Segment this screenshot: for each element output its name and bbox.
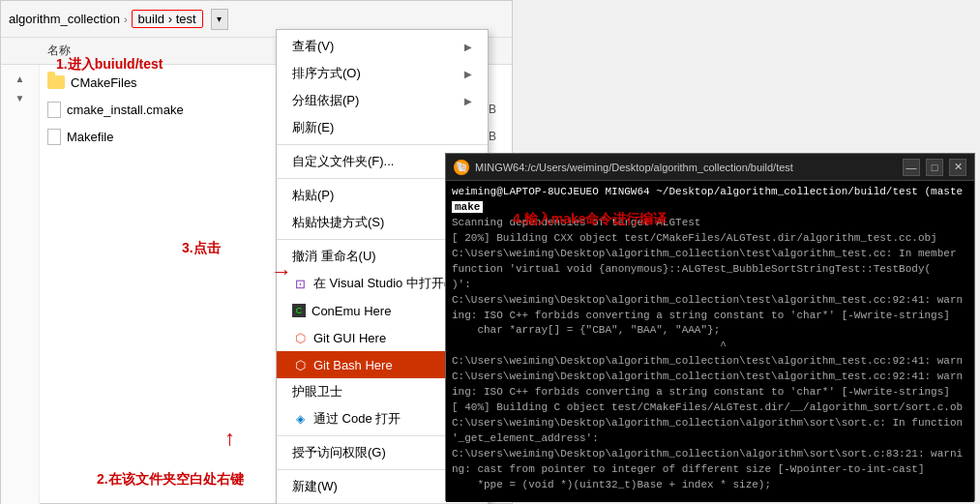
terminal-window: 🐚 MINGW64:/c/Users/weiming/Desktop/algor… — [445, 153, 975, 501]
terminal-line: ing: ISO C++ forbids converting a string… — [452, 309, 968, 324]
terminal-line: ng: cast from pointer to integer of diff… — [452, 462, 968, 478]
file-name: CMakeFiles — [71, 75, 137, 90]
terminal-line: Scanning dependencies of target ALGTest — [452, 216, 968, 231]
terminal-maximize-button[interactable]: □ — [926, 159, 943, 176]
terminal-line: [ 20%] Building CXX object test/CMakeFil… — [452, 231, 968, 247]
breadcrumb-sep1: › — [124, 14, 128, 25]
explorer-sidebar: ▲ ▼ — [1, 65, 40, 504]
terminal-minimize-button[interactable]: — — [903, 159, 920, 176]
sidebar-arrow-up[interactable]: ▲ — [13, 71, 28, 86]
vs-icon: ⊡ — [292, 276, 308, 291]
file-icon — [47, 102, 61, 118]
breadcrumb: algorithm_collection › build › test ▾ — [9, 9, 228, 30]
vscode-icon: ◈ — [292, 411, 308, 427]
terminal-line: C:\Users\weiming\Desktop\algorithm_colle… — [452, 247, 968, 262]
terminal-titlebar: 🐚 MINGW64:/c/Users/weiming/Desktop/algor… — [446, 154, 974, 181]
terminal-line: ing: ISO C++ forbids converting a string… — [452, 385, 968, 400]
terminal-line: C:\Users\weiming\Desktop\algorithm_colle… — [452, 293, 968, 309]
file-name: Makefile — [67, 130, 113, 144]
terminal-line: char *array[] = {"CBA", "BAA", "AAA"}; — [452, 323, 968, 339]
file-name: cmake_install.cmake — [67, 103, 184, 117]
terminal-line: C:\Users\weiming\Desktop\algorithm_colle… — [452, 370, 968, 385]
breadcrumb-root: algorithm_collection — [9, 12, 120, 26]
terminal-app-icon: 🐚 — [454, 160, 469, 175]
terminal-line: weiming@LAPTOP-8UCJEUEO MINGW64 ~/Deskto… — [452, 185, 968, 200]
terminal-line: C:\Users\weiming\Desktop\algorithm_colle… — [452, 354, 968, 370]
menu-separator — [277, 144, 488, 145]
terminal-line: '_get_element_address': — [452, 431, 968, 447]
terminal-line: make — [452, 200, 968, 216]
terminal-line: function 'virtual void {anonymous}::ALGT… — [452, 262, 968, 278]
terminal-line: ^ — [452, 339, 968, 354]
terminal-line: [ 40%] Building C object test/CMakeFiles… — [452, 400, 968, 416]
folder-icon — [47, 75, 65, 89]
terminal-line: *ppe = (void *)(uint32_t)Base + index * … — [452, 478, 968, 493]
menu-item-sort[interactable]: 排序方式(O) ▶ — [277, 60, 488, 87]
breadcrumb-dropdown[interactable]: ▾ — [211, 9, 228, 30]
menu-item-group[interactable]: 分组依据(P) ▶ — [277, 87, 488, 114]
terminal-line: )': — [452, 278, 968, 293]
menu-item-view[interactable]: 查看(V) ▶ — [277, 33, 488, 60]
sidebar-arrow-down[interactable]: ▼ — [13, 90, 28, 105]
file-icon — [47, 129, 61, 145]
conemu-icon: C — [292, 304, 306, 317]
terminal-close-button[interactable]: ✕ — [949, 159, 966, 176]
gitgui-icon: ⬡ — [292, 330, 308, 345]
breadcrumb-build-test[interactable]: build › test — [132, 10, 203, 28]
terminal-body: weiming@LAPTOP-8UCJEUEO MINGW64 ~/Deskto… — [446, 181, 974, 502]
menu-item-refresh[interactable]: 刷新(E) — [277, 114, 488, 141]
gitbash-icon: ⬡ — [292, 357, 308, 372]
terminal-line: C:\Users\weiming\Desktop\algorithm_colle… — [452, 447, 968, 462]
terminal-title: MINGW64:/c/Users/weiming/Desktop/algorit… — [475, 162, 897, 173]
terminal-line: C:\Users\weiming\Desktop\algorithm_colle… — [452, 416, 968, 431]
